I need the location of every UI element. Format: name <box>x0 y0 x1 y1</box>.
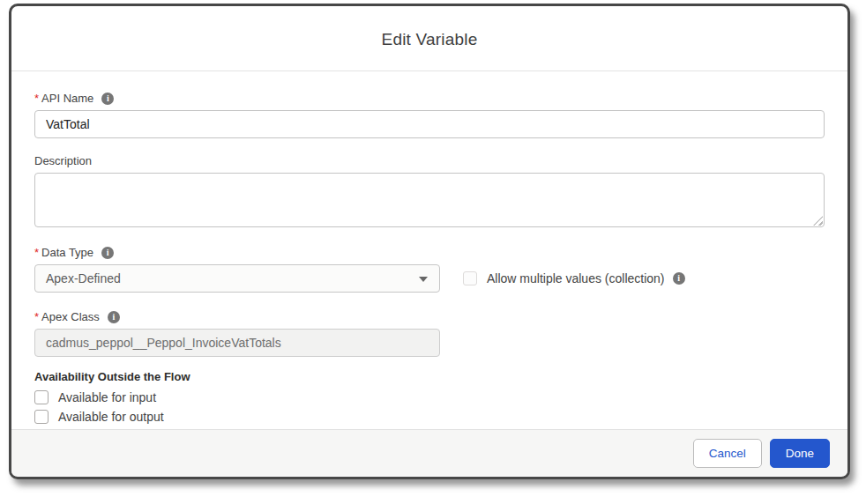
required-asterisk: * <box>34 310 39 323</box>
apex-class-field-group: * Apex Class cadmus_peppol__Peppol_Invoi… <box>34 310 825 357</box>
edit-variable-dialog: Edit Variable * API Name Description <box>9 4 850 479</box>
allow-multiple-checkbox[interactable] <box>463 271 477 285</box>
available-for-output-label: Available for output <box>58 410 164 424</box>
description-textarea-wrap <box>34 173 825 227</box>
dialog-header: Edit Variable <box>11 6 847 71</box>
data-type-row: * Data Type Apex-Defined Allow multiple … <box>34 246 825 293</box>
data-type-label-text: Data Type <box>41 246 93 259</box>
api-name-label-text: API Name <box>41 92 93 105</box>
description-field-group: Description <box>34 154 825 227</box>
allow-multiple-label: Allow multiple values (collection) <box>487 271 665 285</box>
info-icon[interactable] <box>108 311 120 323</box>
cancel-button[interactable]: Cancel <box>693 439 762 468</box>
api-name-label: * API Name <box>34 92 825 105</box>
apex-class-label-text: Apex Class <box>41 310 100 323</box>
data-type-selected-value: Apex-Defined <box>46 271 121 285</box>
availability-section: Availability Outside the Flow Available … <box>34 370 825 424</box>
apex-class-value: cadmus_peppol__Peppol_InvoiceVatTotals <box>46 336 281 350</box>
description-label: Description <box>34 154 825 167</box>
info-icon[interactable] <box>101 247 114 259</box>
availability-heading: Availability Outside the Flow <box>34 370 825 383</box>
dialog-title: Edit Variable <box>11 30 847 49</box>
info-icon[interactable] <box>673 272 685 285</box>
data-type-combobox[interactable]: Apex-Defined <box>34 264 440 293</box>
dialog-body: * API Name Description * Data Type <box>11 71 847 429</box>
available-for-output-checkbox[interactable] <box>34 410 49 424</box>
data-type-field-group: * Data Type Apex-Defined <box>34 246 440 293</box>
available-for-input-row: Available for input <box>34 390 825 404</box>
required-asterisk: * <box>34 92 39 105</box>
available-for-output-row: Available for output <box>34 410 825 424</box>
done-button[interactable]: Done <box>770 439 830 468</box>
available-for-input-label: Available for input <box>58 390 156 404</box>
info-icon[interactable] <box>101 93 114 105</box>
apex-class-input: cadmus_peppol__Peppol_InvoiceVatTotals <box>34 329 440 357</box>
dialog-footer: Cancel Done <box>11 429 847 476</box>
required-asterisk: * <box>34 246 39 259</box>
chevron-down-icon <box>419 277 428 282</box>
allow-multiple-row: Allow multiple values (collection) <box>463 271 685 285</box>
description-textarea[interactable] <box>34 173 825 227</box>
allow-multiple-wrap: Allow multiple values (collection) <box>463 264 685 293</box>
available-for-input-checkbox[interactable] <box>34 390 49 404</box>
api-name-input[interactable] <box>34 110 825 138</box>
description-label-text: Description <box>34 154 92 167</box>
data-type-label: * Data Type <box>34 246 440 259</box>
api-name-field-group: * API Name <box>34 92 825 138</box>
apex-class-label: * Apex Class <box>34 310 825 323</box>
